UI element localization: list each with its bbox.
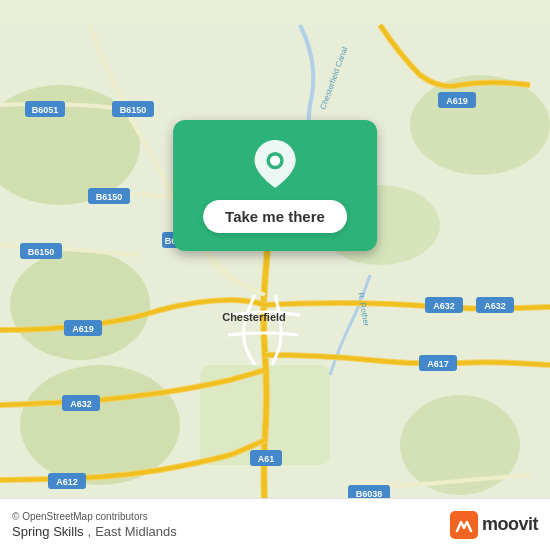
svg-text:A61: A61 <box>258 454 275 464</box>
map-background: Chesterfield Canal <box>0 0 550 550</box>
moovit-brand-text: moovit <box>482 514 538 535</box>
svg-text:A632: A632 <box>70 399 92 409</box>
svg-point-4 <box>20 365 180 485</box>
svg-text:A617: A617 <box>427 359 449 369</box>
location-separator: , <box>88 524 92 539</box>
svg-text:Chesterfield: Chesterfield <box>222 311 286 323</box>
svg-text:A612: A612 <box>56 477 78 487</box>
svg-rect-43 <box>450 511 478 539</box>
svg-text:B6150: B6150 <box>96 192 123 202</box>
svg-point-3 <box>10 250 150 360</box>
osm-attribution: © OpenStreetMap contributors <box>12 511 450 522</box>
bottom-bar: © OpenStreetMap contributors Spring Skil… <box>0 498 550 550</box>
svg-text:A619: A619 <box>72 324 94 334</box>
svg-text:B6051: B6051 <box>32 105 59 115</box>
svg-text:B6150: B6150 <box>28 247 55 257</box>
location-pin-icon <box>251 140 299 188</box>
location-name: Spring Skills <box>12 524 84 539</box>
svg-point-42 <box>270 155 280 165</box>
place-card: Take me there <box>173 120 377 251</box>
svg-text:A632: A632 <box>433 301 455 311</box>
take-me-there-button[interactable]: Take me there <box>203 200 347 233</box>
svg-point-2 <box>410 75 550 175</box>
svg-text:A632: A632 <box>484 301 506 311</box>
svg-text:B6150: B6150 <box>120 105 147 115</box>
map-container: Chesterfield Canal <box>0 0 550 550</box>
location-region: East Midlands <box>95 524 177 539</box>
svg-text:A619: A619 <box>446 96 468 106</box>
moovit-logo: moovit <box>450 511 538 539</box>
moovit-logo-icon <box>450 511 478 539</box>
